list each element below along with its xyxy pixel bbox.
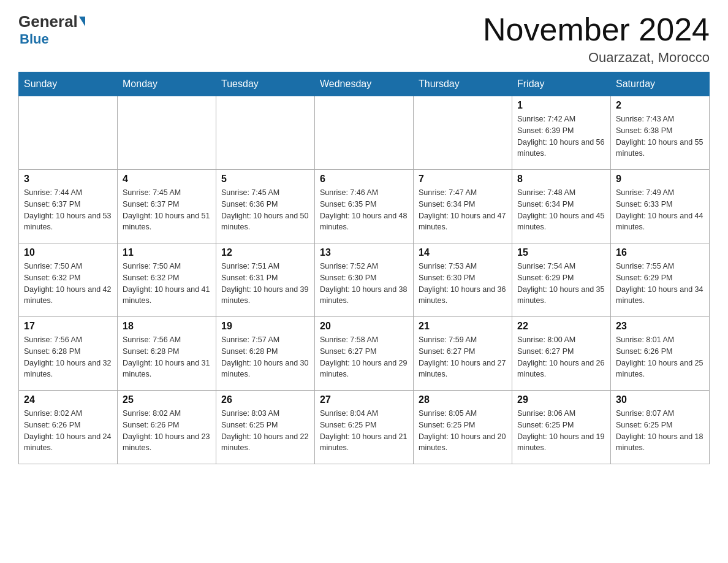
day-number: 5 <box>221 174 309 185</box>
day-info: Sunrise: 7:43 AM Sunset: 6:38 PM Dayligh… <box>616 113 704 159</box>
logo-blue-label: Blue <box>20 31 49 47</box>
table-row: 10Sunrise: 7:50 AM Sunset: 6:32 PM Dayli… <box>19 243 118 317</box>
day-info: Sunrise: 8:00 AM Sunset: 6:27 PM Dayligh… <box>517 334 605 380</box>
day-number: 15 <box>517 247 605 258</box>
day-info: Sunrise: 8:05 AM Sunset: 6:25 PM Dayligh… <box>419 408 507 454</box>
calendar-week-row: 24Sunrise: 8:02 AM Sunset: 6:26 PM Dayli… <box>19 391 710 464</box>
day-number: 9 <box>616 174 704 185</box>
day-number: 25 <box>123 394 211 405</box>
day-number: 4 <box>123 174 211 185</box>
table-row: 9Sunrise: 7:49 AM Sunset: 6:33 PM Daylig… <box>611 170 710 243</box>
table-row: 16Sunrise: 7:55 AM Sunset: 6:29 PM Dayli… <box>611 243 710 317</box>
day-info: Sunrise: 8:06 AM Sunset: 6:25 PM Dayligh… <box>517 408 605 454</box>
table-row: 17Sunrise: 7:56 AM Sunset: 6:28 PM Dayli… <box>19 317 118 391</box>
day-number: 2 <box>616 100 704 111</box>
table-row: 25Sunrise: 8:02 AM Sunset: 6:26 PM Dayli… <box>118 391 216 464</box>
day-info: Sunrise: 7:42 AM Sunset: 6:39 PM Dayligh… <box>517 113 605 159</box>
day-number: 18 <box>123 321 211 332</box>
day-info: Sunrise: 7:44 AM Sunset: 6:37 PM Dayligh… <box>24 187 112 233</box>
day-number: 11 <box>123 247 211 258</box>
logo-general-text: General <box>18 12 85 31</box>
day-info: Sunrise: 7:53 AM Sunset: 6:30 PM Dayligh… <box>419 261 507 307</box>
day-info: Sunrise: 8:07 AM Sunset: 6:25 PM Dayligh… <box>616 408 704 454</box>
table-row: 6Sunrise: 7:46 AM Sunset: 6:35 PM Daylig… <box>315 170 414 243</box>
day-info: Sunrise: 7:57 AM Sunset: 6:28 PM Dayligh… <box>221 334 309 380</box>
day-number: 7 <box>419 174 507 185</box>
col-thursday: Thursday <box>414 72 512 96</box>
day-number: 12 <box>221 247 309 258</box>
day-info: Sunrise: 7:54 AM Sunset: 6:29 PM Dayligh… <box>517 261 605 307</box>
table-row: 8Sunrise: 7:48 AM Sunset: 6:34 PM Daylig… <box>512 170 611 243</box>
calendar-table: Sunday Monday Tuesday Wednesday Thursday… <box>18 72 710 464</box>
logo: General Blue <box>18 12 85 47</box>
table-row: 5Sunrise: 7:45 AM Sunset: 6:36 PM Daylig… <box>216 170 315 243</box>
day-number: 8 <box>517 174 605 185</box>
table-row: 11Sunrise: 7:50 AM Sunset: 6:32 PM Dayli… <box>118 243 216 317</box>
col-friday: Friday <box>512 72 611 96</box>
calendar-week-row: 3Sunrise: 7:44 AM Sunset: 6:37 PM Daylig… <box>19 170 710 243</box>
day-info: Sunrise: 7:46 AM Sunset: 6:35 PM Dayligh… <box>320 187 408 233</box>
day-info: Sunrise: 7:55 AM Sunset: 6:29 PM Dayligh… <box>616 261 704 307</box>
day-info: Sunrise: 7:50 AM Sunset: 6:32 PM Dayligh… <box>24 261 112 307</box>
day-info: Sunrise: 7:56 AM Sunset: 6:28 PM Dayligh… <box>24 334 112 380</box>
day-number: 19 <box>221 321 309 332</box>
day-number: 1 <box>517 100 605 111</box>
col-monday: Monday <box>118 72 216 96</box>
day-info: Sunrise: 8:03 AM Sunset: 6:25 PM Dayligh… <box>221 408 309 454</box>
table-row: 12Sunrise: 7:51 AM Sunset: 6:31 PM Dayli… <box>216 243 315 317</box>
calendar-header-row: Sunday Monday Tuesday Wednesday Thursday… <box>19 72 710 96</box>
calendar-week-row: 17Sunrise: 7:56 AM Sunset: 6:28 PM Dayli… <box>19 317 710 391</box>
table-row: 2Sunrise: 7:43 AM Sunset: 6:38 PM Daylig… <box>611 96 710 170</box>
table-row: 30Sunrise: 8:07 AM Sunset: 6:25 PM Dayli… <box>611 391 710 464</box>
day-info: Sunrise: 7:48 AM Sunset: 6:34 PM Dayligh… <box>517 187 605 233</box>
table-row: 7Sunrise: 7:47 AM Sunset: 6:34 PM Daylig… <box>414 170 512 243</box>
day-number: 3 <box>24 174 112 185</box>
day-number: 26 <box>221 394 309 405</box>
table-row: 4Sunrise: 7:45 AM Sunset: 6:37 PM Daylig… <box>118 170 216 243</box>
day-info: Sunrise: 7:50 AM Sunset: 6:32 PM Dayligh… <box>123 261 211 307</box>
day-number: 16 <box>616 247 704 258</box>
table-row <box>118 96 216 170</box>
day-info: Sunrise: 8:02 AM Sunset: 6:26 PM Dayligh… <box>123 408 211 454</box>
day-number: 30 <box>616 394 704 405</box>
col-tuesday: Tuesday <box>216 72 315 96</box>
day-info: Sunrise: 7:45 AM Sunset: 6:36 PM Dayligh… <box>221 187 309 233</box>
day-info: Sunrise: 8:01 AM Sunset: 6:26 PM Dayligh… <box>616 334 704 380</box>
day-info: Sunrise: 7:49 AM Sunset: 6:33 PM Dayligh… <box>616 187 704 233</box>
table-row: 26Sunrise: 8:03 AM Sunset: 6:25 PM Dayli… <box>216 391 315 464</box>
table-row: 20Sunrise: 7:58 AM Sunset: 6:27 PM Dayli… <box>315 317 414 391</box>
table-row <box>216 96 315 170</box>
day-number: 6 <box>320 174 408 185</box>
day-number: 14 <box>419 247 507 258</box>
table-row: 14Sunrise: 7:53 AM Sunset: 6:30 PM Dayli… <box>414 243 512 317</box>
col-saturday: Saturday <box>611 72 710 96</box>
location-subtitle: Ouarzazat, Morocco <box>483 50 710 66</box>
day-info: Sunrise: 7:58 AM Sunset: 6:27 PM Dayligh… <box>320 334 408 380</box>
page-header: General Blue November 2024 Ouarzazat, Mo… <box>18 12 710 66</box>
day-number: 29 <box>517 394 605 405</box>
day-number: 10 <box>24 247 112 258</box>
table-row: 19Sunrise: 7:57 AM Sunset: 6:28 PM Dayli… <box>216 317 315 391</box>
day-info: Sunrise: 7:56 AM Sunset: 6:28 PM Dayligh… <box>123 334 211 380</box>
table-row: 29Sunrise: 8:06 AM Sunset: 6:25 PM Dayli… <box>512 391 611 464</box>
table-row: 27Sunrise: 8:04 AM Sunset: 6:25 PM Dayli… <box>315 391 414 464</box>
day-number: 27 <box>320 394 408 405</box>
col-wednesday: Wednesday <box>315 72 414 96</box>
table-row: 13Sunrise: 7:52 AM Sunset: 6:30 PM Dayli… <box>315 243 414 317</box>
day-number: 23 <box>616 321 704 332</box>
table-row: 24Sunrise: 8:02 AM Sunset: 6:26 PM Dayli… <box>19 391 118 464</box>
day-info: Sunrise: 8:02 AM Sunset: 6:26 PM Dayligh… <box>24 408 112 454</box>
table-row: 18Sunrise: 7:56 AM Sunset: 6:28 PM Dayli… <box>118 317 216 391</box>
day-number: 21 <box>419 321 507 332</box>
table-row: 22Sunrise: 8:00 AM Sunset: 6:27 PM Dayli… <box>512 317 611 391</box>
day-number: 22 <box>517 321 605 332</box>
table-row <box>19 96 118 170</box>
title-area: November 2024 Ouarzazat, Morocco <box>483 12 710 66</box>
calendar-week-row: 10Sunrise: 7:50 AM Sunset: 6:32 PM Dayli… <box>19 243 710 317</box>
day-number: 28 <box>419 394 507 405</box>
day-info: Sunrise: 8:04 AM Sunset: 6:25 PM Dayligh… <box>320 408 408 454</box>
table-row: 1Sunrise: 7:42 AM Sunset: 6:39 PM Daylig… <box>512 96 611 170</box>
day-number: 20 <box>320 321 408 332</box>
day-info: Sunrise: 7:51 AM Sunset: 6:31 PM Dayligh… <box>221 261 309 307</box>
table-row <box>315 96 414 170</box>
